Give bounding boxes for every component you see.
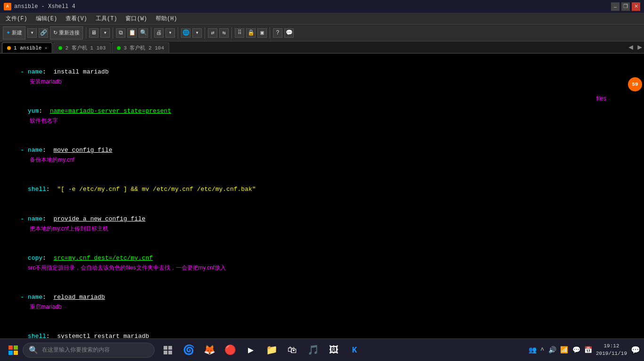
- monitor-icon[interactable]: 🖥: [89, 28, 99, 38]
- title-bar-left: A ansible - Xshell 4: [4, 3, 75, 10]
- taskbar-app-folder[interactable]: 📁: [262, 341, 281, 360]
- tab-indicator-2: [58, 46, 62, 50]
- yum-val: name=mariadb-server state=present: [50, 107, 171, 115]
- dropdown-arrow[interactable]: ▾: [27, 28, 37, 38]
- menu-bar: 文件(F) 编辑(E) 查看(V) 工具(T) 窗口(W) 帮助(H): [0, 13, 644, 25]
- annot-files-top: files: [596, 95, 606, 102]
- separator-5: [205, 27, 205, 39]
- line-reload: - name: reload mariadb 重启mariadb: [6, 283, 638, 322]
- notification-icon[interactable]: 💬: [631, 345, 640, 355]
- line-install-mariadb: - name: install mariadb 安装mariadb: [6, 57, 638, 97]
- taskbar-apps: 🌀 🦊 🔴 ▶️ 📁 🛍 🎵 🖼 K: [158, 341, 364, 360]
- app-icon: A: [4, 3, 11, 10]
- tab-close-1[interactable]: ✕: [44, 45, 47, 51]
- menu-view[interactable]: 查看(V): [62, 14, 91, 24]
- dropdown-4[interactable]: ▾: [192, 28, 202, 38]
- maximize-button[interactable]: ❐: [621, 2, 630, 11]
- search-placeholder: 在这里输入你要搜索的内容: [42, 346, 110, 354]
- terminal-icon[interactable]: ▣: [257, 28, 267, 38]
- menu-edit[interactable]: 编辑(E): [32, 14, 61, 24]
- taskbar-app-store[interactable]: 🛍: [283, 341, 302, 360]
- reconnect-button[interactable]: ↻ 重新连接: [50, 26, 83, 40]
- svg-rect-2: [8, 351, 13, 355]
- separator-2: [113, 27, 113, 39]
- tab-indicator-1: [7, 46, 11, 50]
- line-copy: copy: src=my.cnf dest=/etc/my.cnf src不用指…: [6, 244, 638, 283]
- tab-client1[interactable]: 2 客户机 1 103: [53, 42, 111, 53]
- yum-kw: yum: [28, 107, 39, 115]
- tab-label-1: 1 ansible: [14, 45, 41, 51]
- menu-file[interactable]: 文件(F): [2, 14, 31, 24]
- chat-icon[interactable]: 💬: [284, 28, 294, 38]
- taskbar-search[interactable]: 🔍 在这里输入你要搜索的内容: [23, 343, 155, 358]
- window-title: ansible - Xshell 4: [14, 3, 75, 10]
- taskbar-app-k[interactable]: K: [345, 341, 364, 360]
- transfer2-icon[interactable]: ⇆: [219, 28, 229, 38]
- tab-indicator-3: [117, 46, 121, 50]
- start-button[interactable]: [4, 341, 23, 360]
- tab-label-2: 2 客户机 1 103: [65, 44, 106, 51]
- terminal[interactable]: - name: install mariadb 安装mariadb yum: n…: [0, 54, 644, 344]
- paste-icon[interactable]: 📋: [127, 28, 137, 38]
- tabs-bar: 1 ansible ✕ 2 客户机 1 103 3 客户机 2 104 ◀ ▶: [0, 41, 644, 54]
- taskbar-app-browser[interactable]: 🌀: [179, 341, 198, 360]
- tab-label-3: 3 客户机 2 104: [124, 44, 164, 51]
- svg-rect-1: [14, 345, 18, 350]
- scroll-indicator: 59: [628, 77, 642, 91]
- grid-icon[interactable]: ⠿: [235, 28, 244, 38]
- separator-1: [86, 27, 86, 39]
- reconnect-icon: ↻: [53, 30, 58, 36]
- copy-icon[interactable]: ⧉: [116, 28, 125, 38]
- name-kw-1: name: [28, 68, 42, 75]
- taskbar-app-media[interactable]: ▶️: [241, 341, 260, 360]
- search-circle-icon: 🔍: [29, 345, 38, 355]
- search-icon[interactable]: 🔍: [139, 28, 148, 38]
- line-yum: yum: name=mariadb-server state=present 软…: [6, 97, 638, 136]
- minimize-button[interactable]: –: [611, 2, 619, 11]
- taskbar-icons: 👥 ^ 🔊 📶 💬 📅: [528, 346, 592, 354]
- tabs-nav[interactable]: ◀ ▶: [628, 42, 642, 53]
- separator-7: [270, 27, 270, 39]
- taskbar-app-music[interactable]: 🎵: [304, 341, 322, 360]
- transfer-icon[interactable]: ⇄: [208, 28, 217, 38]
- separator-4: [178, 27, 178, 39]
- taskbar-app-firefox[interactable]: 🦊: [200, 341, 219, 360]
- new-button[interactable]: ✦ 新建: [3, 26, 25, 40]
- menu-window[interactable]: 窗口(W): [122, 14, 151, 24]
- annot-new-config: 把本地的my.cnf上传到目标主机: [30, 225, 108, 232]
- annot-reload: 重启mariadb: [30, 304, 61, 310]
- help-icon[interactable]: ?: [273, 28, 282, 38]
- taskbar: 🔍 在这里输入你要搜索的内容 🌀 🦊 🔴 ▶️ 📁 🛍 🎵 🖼 K 👥 ^ 🔊 …: [0, 338, 644, 361]
- line-shell-mv: shell: "[ -e /etc/my.cnf ] && mv /etc/my…: [6, 175, 638, 205]
- annot-move: 备份本地的my.cnf: [30, 156, 74, 163]
- annot-files-desc: src不用指定源目录，会自动去该角色的files文件夹中去找，一会要把my.cn…: [28, 264, 226, 271]
- svg-rect-3: [14, 351, 18, 355]
- taskbar-app-taskview[interactable]: [158, 341, 177, 360]
- lock-icon[interactable]: 🔒: [246, 28, 256, 38]
- taskbar-right: 👥 ^ 🔊 📶 💬 📅 19:12 2019/11/19 💬: [528, 343, 640, 357]
- new-icon: ✦: [6, 30, 10, 36]
- close-button[interactable]: ✕: [632, 2, 640, 11]
- tab-client2[interactable]: 3 客户机 2 104: [112, 42, 169, 53]
- line-move: - name: move config file 备份本地的my.cnf: [6, 136, 638, 175]
- separator-6: [231, 27, 232, 39]
- tab-ansible[interactable]: 1 ansible ✕: [2, 42, 52, 53]
- link-icon[interactable]: 🔗: [39, 28, 48, 38]
- separator-3: [151, 27, 151, 39]
- globe-icon[interactable]: 🌐: [181, 28, 190, 38]
- title-bar: A ansible - Xshell 4 – ❐ ✕: [0, 0, 644, 13]
- svg-rect-7: [168, 351, 172, 354]
- svg-rect-6: [164, 351, 167, 354]
- menu-tools[interactable]: 工具(T): [92, 14, 121, 24]
- print-icon[interactable]: 🖨: [154, 28, 164, 38]
- taskbar-app-image[interactable]: 🖼: [324, 341, 343, 360]
- line-provide: - name: provide a new config file 把本地的my…: [6, 205, 638, 244]
- dropdown-2[interactable]: ▾: [100, 28, 110, 38]
- svg-rect-0: [8, 345, 13, 350]
- annot-install: 安装mariadb: [30, 78, 61, 85]
- taskbar-app-red[interactable]: 🔴: [221, 341, 239, 360]
- menu-help[interactable]: 帮助(H): [152, 14, 181, 24]
- annot-pkg: 软件包名字: [30, 117, 58, 124]
- dropdown-3[interactable]: ▾: [165, 28, 175, 38]
- toolbar: ✦ 新建 ▾ 🔗 ↻ 重新连接 🖥 ▾ ⧉ 📋 🔍 🖨 ▾ 🌐 ▾ ⇄ ⇆ ⠿ …: [0, 25, 644, 41]
